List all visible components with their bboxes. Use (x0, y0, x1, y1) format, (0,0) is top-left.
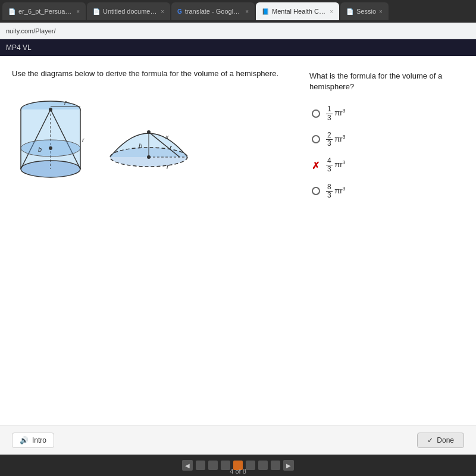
nav-dot-2[interactable] (208, 461, 218, 470)
checkmark-icon: ✓ (427, 436, 433, 444)
nav-next-button[interactable]: ▶ (283, 460, 294, 471)
tab-translate[interactable]: G translate - Google Searc × (171, 2, 255, 20)
left-panel: Use the diagrams below to derive the for… (12, 68, 298, 419)
main-content: Use the diagrams below to derive the for… (0, 56, 476, 425)
nav-dot-7[interactable] (271, 461, 280, 470)
nav-dot-6[interactable] (258, 461, 268, 470)
tab-persuasive[interactable]: 📄 er_6_pt_Persuasive_ × (2, 2, 86, 20)
radio-1[interactable] (312, 109, 320, 118)
answer-option-2[interactable]: 2 3 πr3 (309, 128, 464, 151)
answer-label-2: 2 3 πr3 (326, 131, 346, 148)
svg-text:x: x (165, 133, 169, 140)
answer-option-1[interactable]: 1 3 πr3 (309, 102, 464, 125)
svg-point-23 (147, 130, 151, 134)
tab-untitled-doc[interactable]: 📄 Untitled document - Goo × (87, 2, 170, 20)
nav-dot-1[interactable] (196, 461, 205, 470)
intro-button[interactable]: 🔊 Intro (12, 433, 54, 448)
intro-label: Intro (32, 436, 46, 444)
svg-point-14 (49, 146, 52, 150)
radio-4[interactable] (312, 187, 320, 195)
app-topbar-label: MP4 VL (6, 43, 32, 52)
app-topbar: MP4 VL (0, 39, 476, 56)
answer-option-4[interactable]: 8 3 πr3 (309, 180, 464, 203)
svg-point-13 (49, 108, 52, 111)
answer-option-3[interactable]: ✗ 4 3 πr3 (309, 154, 464, 177)
right-panel: What is the formula for the volume of a … (309, 68, 464, 419)
question-text-left: Use the diagrams below to derive the for… (12, 68, 298, 80)
hemisphere-diagram: x b r r (104, 104, 193, 181)
svg-text:r: r (82, 136, 85, 143)
speaker-icon: 🔊 (20, 436, 29, 444)
radio-2[interactable] (312, 135, 320, 143)
nav-prev-button[interactable]: ◀ (182, 460, 193, 471)
nav-dot-3[interactable] (221, 461, 230, 470)
svg-text:b: b (38, 146, 42, 153)
tab-session[interactable]: 📄 Sessio × (340, 2, 389, 20)
address-bar[interactable]: nuity.com/Player/ (0, 23, 476, 39)
nav-bar: ◀ ▶ 4 of 8 (0, 455, 476, 476)
done-button[interactable]: ✓ Done (417, 433, 464, 448)
cylinder-diagram: r b r (12, 95, 89, 190)
answer-label-3: 4 3 πr3 (326, 157, 346, 173)
wrong-x-icon: ✗ (312, 161, 320, 170)
diagrams-row: r b r (12, 95, 298, 190)
question-area: Use the diagrams below to derive the for… (0, 56, 476, 425)
svg-text:b: b (139, 142, 142, 149)
address-text: nuity.com/Player/ (6, 27, 56, 35)
browser-tabs: 📄 er_6_pt_Persuasive_ × 📄 Untitled docum… (0, 0, 476, 23)
tab-mental-health[interactable]: 📘 Mental Health Current E × (256, 2, 339, 20)
nav-dot-5[interactable] (246, 461, 255, 470)
answer-label-4: 8 3 πr3 (326, 183, 346, 199)
svg-point-24 (147, 155, 151, 159)
page-label: 4 of 8 (230, 468, 246, 475)
right-panel-question: What is the formula for the volume of a … (309, 71, 464, 92)
bottom-bar: 🔊 Intro ✓ Done (0, 425, 476, 455)
answer-label-1: 1 3 πr3 (326, 105, 346, 121)
done-label: Done (437, 436, 454, 444)
